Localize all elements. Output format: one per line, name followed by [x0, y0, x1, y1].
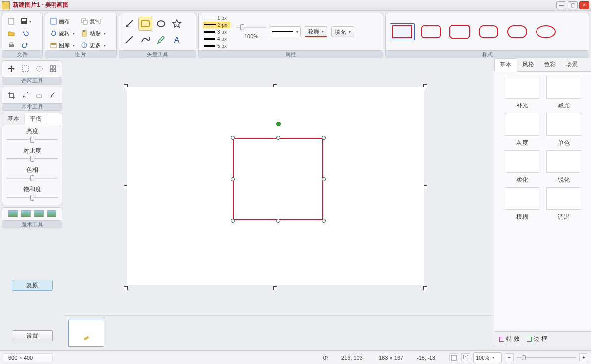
- actual-size-icon[interactable]: 1:1: [461, 353, 470, 362]
- stroke-color-button[interactable]: 轮廓▾: [305, 26, 327, 37]
- star-tool-icon[interactable]: [170, 17, 184, 31]
- magic-preset-1[interactable]: [8, 210, 18, 217]
- contrast-slider[interactable]: [6, 156, 58, 162]
- filmstrip: [64, 315, 494, 350]
- new-file-button[interactable]: [5, 16, 18, 27]
- maximize-button[interactable]: ▢: [568, 1, 578, 9]
- save-button[interactable]: ▾: [19, 16, 33, 27]
- brush-tool-icon[interactable]: [47, 90, 59, 101]
- window-title: 新建图片1 - 美明画图: [13, 1, 69, 9]
- magic-preset-2[interactable]: [21, 210, 31, 217]
- fx-item[interactable]: 模糊: [505, 187, 539, 221]
- zoom-slider[interactable]: [517, 354, 576, 361]
- ellipse-tool-icon[interactable]: [154, 17, 168, 31]
- svg-rect-26: [37, 95, 42, 98]
- zoom-out-icon[interactable]: −: [505, 353, 514, 362]
- style-rect-chamfer[interactable]: [447, 23, 472, 40]
- pencil-tool-icon[interactable]: [154, 33, 168, 47]
- svg-rect-22: [50, 66, 53, 68]
- fx-item[interactable]: 锐化: [546, 150, 581, 184]
- brightness-slider[interactable]: [6, 137, 58, 143]
- lasso-select-icon[interactable]: [47, 63, 59, 74]
- copy-button[interactable]: 复制: [78, 16, 108, 27]
- zoom-combo[interactable]: 100%▾: [473, 352, 502, 363]
- ribbon-file-group: ▾ 文件: [2, 13, 43, 58]
- arrow-tool-icon[interactable]: [122, 17, 136, 31]
- fx-item[interactable]: 灰度: [505, 113, 539, 147]
- crop-tool-icon[interactable]: [5, 90, 18, 101]
- eraser-tool-icon[interactable]: [33, 90, 46, 101]
- zoom-label: 100%: [244, 33, 258, 39]
- rectangle-tool-icon[interactable]: [138, 17, 152, 31]
- ellipse-select-icon[interactable]: [33, 63, 46, 74]
- rtab-basic[interactable]: 基本: [494, 58, 517, 72]
- fx-item[interactable]: 单色: [546, 113, 581, 147]
- ribbon: ▾ 文件 画布 旋转▾ 图库▾ 复制: [0, 11, 591, 58]
- rtab-style[interactable]: 风格: [517, 58, 539, 71]
- minimize-button[interactable]: —: [556, 1, 566, 9]
- tab-balance[interactable]: 平衡: [25, 113, 47, 125]
- fx-item[interactable]: 减光: [546, 76, 581, 110]
- more-button[interactable]: i更多▾: [78, 40, 108, 51]
- settings-button[interactable]: 设置: [12, 330, 53, 341]
- line-tool-icon[interactable]: [122, 33, 136, 47]
- fill-color-button[interactable]: 填充▾: [331, 26, 354, 37]
- style-rect-round2[interactable]: [476, 23, 501, 40]
- style-rect-sharp[interactable]: [390, 23, 415, 40]
- ribbon-image-label: 图片: [45, 50, 116, 58]
- left-panel: 选区工具 基本工具 基本 平衡 亮度 对比度 色相 饱和度: [0, 58, 64, 346]
- canvas-area[interactable]: [64, 58, 494, 346]
- move-tool-icon[interactable]: [5, 63, 18, 74]
- svg-rect-7: [51, 43, 56, 45]
- style-ellipse[interactable]: [534, 23, 558, 40]
- rect-select-icon[interactable]: [19, 63, 32, 74]
- page-thumbnail[interactable]: [68, 320, 104, 347]
- undo-button[interactable]: [19, 28, 32, 39]
- tab-basic[interactable]: 基本: [2, 113, 25, 125]
- open-button[interactable]: [5, 28, 18, 39]
- fit-screen-icon[interactable]: [449, 353, 458, 362]
- fx-item[interactable]: 调温: [546, 187, 581, 221]
- ribbon-image-group: 画布 旋转▾ 图库▾ 复制 粘贴▾ i更多▾ 图片: [45, 13, 117, 58]
- svg-point-21: [36, 66, 42, 71]
- ribbon-attr-label: 属性: [199, 50, 383, 58]
- paste-button[interactable]: 粘贴▾: [78, 28, 108, 39]
- print-button[interactable]: [5, 40, 18, 51]
- magic-preset-3[interactable]: [34, 210, 44, 217]
- library-button[interactable]: 图库▾: [48, 40, 77, 51]
- ribbon-attr-group: 1 px 2 px 3 px 4 px 5 px 100% ▾ 轮廓▾ 填充▾ …: [198, 13, 383, 58]
- text-tool-icon[interactable]: A: [170, 33, 184, 47]
- status-offset: -18, -13: [417, 355, 446, 361]
- status-angle: 0°: [314, 355, 338, 361]
- close-button[interactable]: ✕: [579, 1, 589, 9]
- rtab-color[interactable]: 色彩: [539, 58, 561, 71]
- right-panel: 基本 风格 色彩 场景 补光 减光 灰度 单色 柔化 锐化 模糊 调温: [494, 58, 591, 346]
- style-rect-round1[interactable]: [419, 23, 443, 40]
- opt-border[interactable]: 边 框: [527, 335, 547, 343]
- curve-tool-icon[interactable]: [138, 33, 152, 47]
- rotate-button[interactable]: 旋转▾: [48, 28, 77, 39]
- zoom-in-icon[interactable]: +: [579, 353, 588, 362]
- magic-tools-group: 魔术工具: [2, 207, 62, 228]
- svg-rect-15: [141, 21, 149, 27]
- fx-item[interactable]: 柔化: [505, 150, 539, 184]
- opt-effects[interactable]: 特 效: [499, 335, 520, 343]
- selection-tools-group: 选区工具: [2, 60, 62, 85]
- magic-preset-4[interactable]: [47, 210, 56, 217]
- svg-rect-25: [54, 69, 56, 72]
- eyedropper-tool-icon[interactable]: [19, 90, 32, 101]
- opacity-slider[interactable]: [236, 24, 266, 30]
- fx-item[interactable]: 补光: [505, 76, 539, 110]
- redo-button[interactable]: [19, 40, 32, 51]
- saturation-slider[interactable]: [6, 195, 58, 201]
- stroke-width-list[interactable]: 1 px 2 px 3 px 4 px 5 px: [201, 15, 232, 49]
- style-rect-pill[interactable]: [505, 23, 530, 40]
- line-style-combo[interactable]: ▾: [270, 26, 301, 37]
- restore-button[interactable]: 复原: [12, 280, 53, 291]
- selected-rectangle[interactable]: [233, 138, 323, 220]
- rtab-scene[interactable]: 场景: [561, 58, 583, 71]
- rotation-handle[interactable]: [276, 122, 281, 126]
- canvas-button[interactable]: 画布: [48, 16, 77, 27]
- ribbon-vector-label: 矢量工具: [119, 50, 196, 58]
- hue-slider[interactable]: [6, 175, 58, 181]
